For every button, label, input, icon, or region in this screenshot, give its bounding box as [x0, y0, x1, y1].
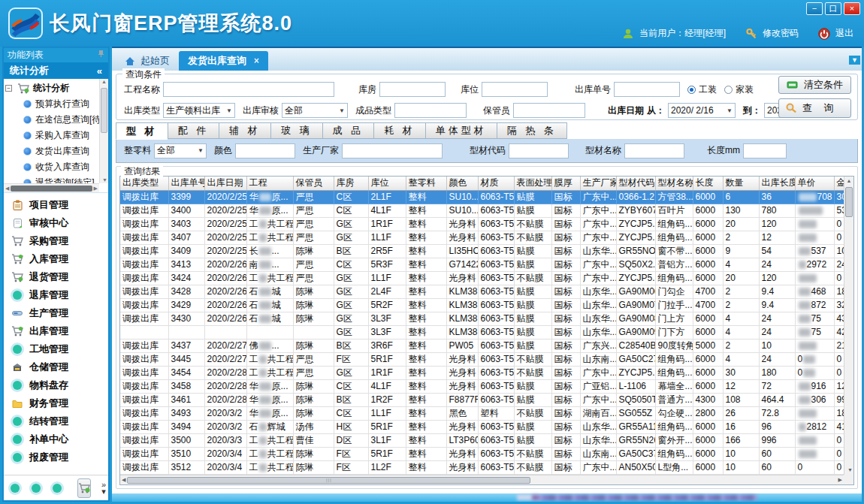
sidebar-item-folder[interactable]: 财务管理: [4, 394, 108, 412]
date-from-select[interactable]: 2020/ 2/16▼: [668, 103, 736, 118]
product-type-input[interactable]: [394, 103, 467, 118]
material-tab[interactable]: 耗 材: [374, 122, 426, 139]
keeper-input[interactable]: [513, 103, 585, 118]
radio-home-wear[interactable]: 家装: [724, 83, 754, 96]
table-row[interactable]: 调拨出库34372020/2/27佛...陈琳B区3R6F整料PW056063-…: [120, 339, 844, 352]
whole-part-select[interactable]: 全部▼: [154, 143, 207, 158]
manufacturer-input[interactable]: [342, 143, 443, 158]
column-header[interactable]: 出库长度: [759, 177, 795, 190]
profile-name-input[interactable]: [624, 143, 684, 158]
table-row[interactable]: 调拨出库35102020/3/4工共工程陈琳F区5R1F整料光身料6063-T5…: [120, 447, 844, 460]
warehouse-input[interactable]: [379, 82, 446, 97]
column-header[interactable]: 出库单号: [168, 177, 204, 190]
column-header[interactable]: 生产厂家: [580, 177, 616, 190]
tab-overflow-icon[interactable]: ▼: [849, 56, 860, 65]
column-header[interactable]: 长度: [693, 177, 723, 190]
sidebar-item-cart-green[interactable]: 出库管理: [4, 322, 108, 340]
column-header[interactable]: 出库日期: [204, 177, 246, 190]
column-header[interactable]: 材质: [478, 177, 514, 190]
clear-conditions-button[interactable]: 清空条件: [778, 76, 851, 94]
table-row[interactable]: 调拨出库34242020/2/26工共工程严思G区1L1F整料光身料6063-T…: [120, 271, 844, 285]
sidebar-item-dot[interactable]: 结转管理: [4, 412, 108, 430]
out-type-select[interactable]: 生产领料出库▼: [163, 103, 235, 118]
footer-dot-icon[interactable]: [11, 484, 20, 493]
table-row[interactable]: 调拨出库35002020/3/3工共工程曹佳D区3L1F整料LT3P606063…: [120, 433, 844, 447]
sidebar-item-cart-green[interactable]: 入库管理: [4, 250, 108, 268]
collapse-icon[interactable]: «: [97, 65, 102, 77]
grid-vertical-scrollbar[interactable]: ▲▼: [844, 177, 853, 475]
table-row[interactable]: 调拨出库34542020/2/28工共工程严思G区1R1F整料光身料6063-T…: [120, 366, 844, 379]
material-tab[interactable]: 配 件: [168, 122, 220, 139]
tree-item[interactable]: 预算执行查询: [5, 96, 99, 112]
sidebar-item-note[interactable]: 审核中心: [4, 214, 108, 232]
sidebar-item-dot[interactable]: 报废管理: [4, 448, 108, 466]
column-header[interactable]: 库房: [334, 177, 368, 190]
tab-close-icon[interactable]: ×: [254, 56, 259, 66]
close-button[interactable]: ×: [844, 2, 860, 15]
material-tab[interactable]: 型 材: [116, 122, 168, 140]
table-row[interactable]: 调拨出库34932020/3/2华原...陈琳C区1L1F整料黑色塑料不贴膜国标…: [120, 406, 844, 420]
tree-item[interactable]: 发货出库查询: [5, 143, 99, 159]
tree-item[interactable]: 采购入库查询: [5, 128, 99, 143]
footer-dot-icon[interactable]: [53, 484, 62, 493]
tree-item[interactable]: 在途信息查询[待: [5, 112, 99, 128]
order-no-input[interactable]: [614, 82, 680, 97]
column-header[interactable]: 金: [834, 177, 844, 190]
search-button[interactable]: 查 询: [778, 98, 851, 118]
table-row[interactable]: G区3L3F整料KLM38176063-T5贴膜国标山东华...GA90M09.…: [120, 325, 844, 339]
table-row[interactable]: 调拨出库33992020/2/25华原...严思C区2L1F整料SU10...6…: [120, 190, 844, 204]
footer-dot-icon[interactable]: [32, 484, 41, 493]
column-header[interactable]: 库位: [368, 177, 406, 190]
sidebar-item-dot[interactable]: 工地管理: [4, 340, 108, 358]
column-header[interactable]: 膜厚: [551, 177, 580, 190]
sidebar-item-dot[interactable]: 物料盘存: [4, 376, 108, 394]
material-tab[interactable]: 辅 材: [219, 122, 271, 139]
sidebar-item-basket[interactable]: 仓储管理: [4, 358, 108, 376]
tree-item[interactable]: 退货查询[待定]: [5, 175, 99, 183]
column-header[interactable]: 数量: [723, 177, 759, 190]
table-row[interactable]: 调拨出库35122020/3/4工共工程陈琳F区1L2F整料光身料6063-T5…: [120, 460, 844, 474]
location-input[interactable]: [482, 82, 548, 97]
sidebar-item-dot[interactable]: 退库管理: [4, 286, 108, 304]
column-header[interactable]: 表面处理: [514, 177, 551, 190]
project-name-input[interactable]: [163, 82, 334, 97]
tree-expander-icon[interactable]: −: [5, 85, 12, 92]
change-password-link[interactable]: 修改密码: [763, 27, 799, 40]
tree-item[interactable]: 收货入库查询: [5, 159, 99, 175]
audit-select[interactable]: 全部▼: [282, 103, 348, 118]
pin-icon[interactable]: [98, 50, 104, 60]
table-row[interactable]: 调拨出库34452020/2/27工共工程严思F区5R1F整料光身料6063-T…: [120, 352, 844, 366]
table-row[interactable]: 调拨出库34282020/2/26石城陈琳G区2L4F整料KLM38176063…: [120, 285, 844, 298]
length-input[interactable]: [743, 143, 787, 158]
table-row[interactable]: 调拨出库34002020/2/25华原...严思C区4L1F整料SU10...6…: [120, 204, 844, 217]
footer-overflow-button[interactable]: » ▾: [101, 481, 106, 495]
column-header[interactable]: 工程: [246, 177, 293, 190]
tree-vertical-scrollbar[interactable]: ▲▼: [99, 79, 108, 183]
column-header[interactable]: 颜色: [446, 177, 478, 190]
table-row[interactable]: 调拨出库34302020/2/26石城陈琳G区3L3F整料KLM38176063…: [120, 312, 844, 325]
color-input[interactable]: [235, 143, 295, 158]
tab-shipment-outbound-query[interactable]: 发货出库查询 ×: [179, 51, 268, 71]
column-header[interactable]: 型材名称: [655, 177, 693, 190]
sidebar-item-cart[interactable]: 采购管理: [4, 232, 108, 250]
material-tab[interactable]: 隔 热 条: [497, 122, 567, 139]
column-header[interactable]: 单价: [795, 177, 834, 190]
radio-work-wear[interactable]: 工装: [687, 83, 717, 96]
table-row[interactable]: 调拨出库34612020/2/28华原...陈琳B区1R2F整料F8877FT6…: [120, 393, 844, 406]
material-tab[interactable]: 成 品: [323, 122, 375, 139]
column-header[interactable]: 出库类型: [120, 177, 168, 190]
tree-horizontal-scrollbar[interactable]: ◀▶: [4, 183, 99, 192]
table-row[interactable]: 调拨出库34132020/2/26南...严思C区5R3F整料G71422606…: [120, 258, 844, 271]
logout-button[interactable]: 退出: [835, 27, 853, 40]
maximize-button[interactable]: 口: [825, 2, 841, 15]
table-row[interactable]: 调拨出库34032020/2/25工共工程严思G区1R1F整料光身料6063-T…: [120, 217, 844, 231]
column-header[interactable]: 整零料: [406, 177, 446, 190]
table-row[interactable]: 调拨出库34092020/2/25长...陈琳B区2R5F整料LI35HO606…: [120, 244, 844, 258]
column-header[interactable]: 型材代码: [616, 177, 655, 190]
table-row[interactable]: 调拨出库34942020/3/2石辉城汤伟H区5R1F整料光身料6063-T5贴…: [120, 420, 844, 433]
minimize-button[interactable]: −: [806, 2, 823, 15]
table-row[interactable]: 调拨出库34582020/2/28华原...陈琳C区4L1F整料光身料6063-…: [120, 379, 844, 393]
material-tab[interactable]: 玻 璃: [271, 122, 323, 139]
sidebar-item-cart-return[interactable]: 退货管理: [4, 268, 108, 286]
sidebar-item-widget[interactable]: 生产管理: [4, 304, 108, 322]
